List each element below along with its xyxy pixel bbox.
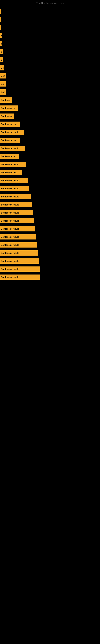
bar-item: Bott	[0, 73, 6, 78]
bar-label: Bottleneck result	[1, 220, 19, 222]
bar-label: Bottleneck result	[1, 196, 19, 198]
bar-item: Bottleneck result	[0, 194, 31, 199]
bar-item: Bottleneck resu	[0, 170, 22, 175]
bar-label: Bottleneck resu	[1, 171, 17, 174]
bar-item	[0, 25, 1, 30]
bar-label: Bottleneck re	[1, 107, 15, 109]
bar-label: Bottleneck re	[1, 155, 15, 158]
bar-item: B	[0, 57, 3, 62]
bar-item: B	[0, 41, 2, 46]
bar-label: Bottleneck result	[1, 131, 19, 134]
bar-item: Bott	[0, 89, 6, 94]
bar-item: Bottleneck result	[0, 186, 29, 191]
bar-label: Bottleneck result	[1, 268, 19, 270]
bar-item: Bottleneck result	[0, 226, 35, 232]
bar-row: Bottleneck result	[0, 257, 100, 265]
bar-row	[0, 8, 100, 15]
bar-item	[0, 17, 1, 22]
bar-item: Bottleneck result	[0, 210, 33, 215]
bar-row: Bottleneck result	[0, 249, 100, 257]
bar-label: Bottleneck res	[1, 139, 16, 142]
bar-row: Bottlene	[0, 96, 100, 104]
bar-row	[0, 16, 100, 23]
bar-item: Bottleneck result	[0, 258, 39, 264]
bar-label: Bottleneck result	[1, 147, 19, 150]
bar-label: Bottlene	[1, 99, 10, 101]
bar-label: Bottleneck result	[1, 260, 19, 262]
bar-row: Bottleneck result	[0, 128, 100, 136]
bar-row: Bottleneck result	[0, 273, 100, 281]
bar-row: Bottleneck result	[0, 209, 100, 216]
bar-row: Bottleneck result	[0, 201, 100, 208]
bar-item: Bottleneck res	[0, 138, 20, 143]
bar-row: Bottleneck re	[0, 104, 100, 112]
bar-row: Bottleneck resu	[0, 169, 100, 176]
bar-item: Bottleneck result	[0, 266, 40, 272]
bar-item: Bo	[0, 65, 4, 70]
bar-label: Bottleneck result	[1, 163, 19, 166]
bar-row	[0, 24, 100, 32]
bar-row: Bottleneck result	[0, 193, 100, 200]
bar-item: B	[0, 49, 3, 54]
bar-label: Bottleneck result	[1, 244, 19, 246]
site-title: TheBottlenecker.com	[0, 0, 100, 6]
bar-row: Bottleneck res	[0, 136, 100, 144]
bar-label: B	[1, 34, 2, 37]
bar-row: Bottleneck re	[0, 152, 100, 160]
bar-label: Bottleneck result	[1, 276, 19, 278]
bar-item: Bottleneck result	[0, 178, 28, 183]
bar-item: Bottleneck result	[0, 162, 26, 167]
bar-item	[0, 9, 1, 14]
bar-row: Bottleneck result	[0, 144, 100, 152]
bar-label: Bottleneck result	[1, 187, 19, 190]
bar-row: Bottleneck res	[0, 120, 100, 128]
bar-row: Bottleneck	[0, 112, 100, 120]
bar-row: B	[0, 48, 100, 56]
bar-item: Bot	[0, 81, 6, 86]
bar-label: Bottleneck result	[1, 212, 19, 214]
bar-row: Bottleneck result	[0, 241, 100, 249]
bar-row: Bott	[0, 88, 100, 96]
bar-row: Bottleneck result	[0, 225, 100, 233]
bar-label: Bottleneck	[1, 115, 12, 117]
bar-row: Bo	[0, 64, 100, 72]
bar-item: Bottleneck result	[0, 242, 37, 248]
bar-row: B	[0, 56, 100, 64]
bar-item: Bottleneck result	[0, 234, 36, 240]
bar-label: B	[1, 42, 2, 45]
bar-item: Bottleneck res	[0, 122, 20, 127]
bar-item: Bottleneck result	[0, 146, 25, 151]
bar-item: B	[0, 33, 2, 38]
bar-row: Bottleneck result	[0, 265, 100, 273]
bar-row: B	[0, 40, 100, 48]
bar-label: B	[1, 50, 2, 53]
bar-label: Bot	[1, 83, 4, 85]
bars-container: BBBBBoBottBotBottBottleneBottleneck reBo…	[0, 6, 100, 281]
bar-item: Bottleneck re	[0, 106, 18, 111]
bar-row: Bot	[0, 80, 100, 88]
bar-row: Bottleneck result	[0, 233, 100, 241]
bar-item: Bottleneck re	[0, 154, 19, 159]
bar-label: B	[1, 58, 2, 61]
bar-label: Bottleneck res	[1, 123, 16, 126]
bar-row: Bottleneck result	[0, 177, 100, 184]
bar-item: Bottleneck result	[0, 218, 34, 224]
bar-item: Bottleneck result	[0, 274, 40, 280]
bar-row: Bottleneck result	[0, 160, 100, 168]
bar-label: Bottleneck result	[1, 252, 19, 254]
bar-row: Bottleneck result	[0, 185, 100, 192]
bar-label: Bo	[1, 66, 4, 69]
bar-row: B	[0, 32, 100, 40]
bar-item: Bottlene	[0, 98, 12, 103]
bar-item: Bottleneck	[0, 114, 14, 119]
bar-row: Bott	[0, 72, 100, 80]
bar-item: Bottleneck result	[0, 250, 38, 256]
bar-label: Bottleneck result	[1, 236, 19, 238]
bar-label: Bott	[1, 75, 5, 77]
bar-label: Bott	[1, 91, 5, 93]
bar-label: Bottleneck result	[1, 179, 19, 182]
bar-item: Bottleneck result	[0, 130, 24, 135]
bar-item: Bottleneck result	[0, 202, 32, 207]
bar-label: Bottleneck result	[1, 204, 19, 206]
bar-row: Bottleneck result	[0, 217, 100, 224]
